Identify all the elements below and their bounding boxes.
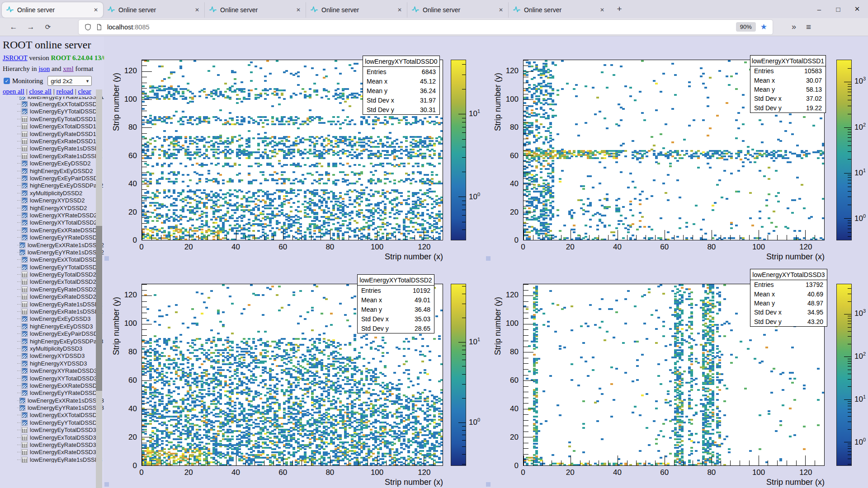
tree-item-xyMultiplicityDSSD2[interactable]: xyMultiplicityDSSD2 <box>0 189 104 197</box>
grid-layout-select[interactable]: grid 2x2 ▾ <box>47 76 92 86</box>
tab-close-icon[interactable]: ✕ <box>193 7 201 13</box>
maximize-icon[interactable]: □ <box>835 5 842 13</box>
overflow-chevron-icon[interactable]: » <box>792 22 795 32</box>
tree-item-lowEnergyXYTotalDSSD2[interactable]: lowEnergyXYTotalDSSD2 <box>0 219 104 226</box>
forward-button[interactable]: → <box>24 21 38 33</box>
tab-close-icon[interactable]: ✕ <box>295 7 302 13</box>
grid-splitter-handle[interactable] <box>486 256 491 261</box>
tree-item-lowEnergyExEyPairDSSD3[interactable]: lowEnergyExEyPairDSSD3 <box>0 330 104 338</box>
tab-close-icon[interactable]: ✕ <box>92 7 99 13</box>
tree-item-lowEnergyEyYTotalDSSD2[interactable]: lowEnergyEyYTotalDSSD2 <box>0 263 104 271</box>
tree-item-highEnergyExEyDSSDPair3[interactable]: highEnergyExEyDSSDPair3 <box>0 338 104 345</box>
json-link[interactable]: json <box>38 65 50 72</box>
colorbar-label: 100 <box>854 437 866 447</box>
colorbar-palette[interactable] <box>836 284 852 466</box>
tree-item-lowEnergyExXRateDSSD3[interactable]: lowEnergyExXRateDSSD3 <box>0 382 104 389</box>
tab-online-server[interactable]: Online server✕ <box>103 2 204 18</box>
new-tab-button[interactable]: + <box>612 2 627 16</box>
tree-item-lowEnergyEyYTotalDSSD3[interactable]: lowEnergyEyYTotalDSSD3 <box>0 419 104 426</box>
tree-item-highEnergyExEyDSSDPair2[interactable]: highEnergyExEyDSSDPair2 <box>0 182 104 189</box>
tab-online-server[interactable]: Online server✕ <box>407 2 508 18</box>
back-button[interactable]: ← <box>6 21 21 33</box>
tree-item-lowEnergyExTotalDSSD3[interactable]: lowEnergyExTotalDSSD3 <box>0 434 104 441</box>
tree-item-lowEnergyEyTotalDSSD3[interactable]: lowEnergyEyTotalDSSD3 <box>0 427 104 434</box>
tree-item-lowEnergyXYRateDSSD3[interactable]: lowEnergyXYRateDSSD3 <box>0 367 104 374</box>
bookmark-star-icon[interactable]: ★ <box>760 22 767 32</box>
tree-item-lowEnergyXYDSSD2[interactable]: lowEnergyXYDSSD2 <box>0 197 104 204</box>
tree-item-lowEnergyExEyDSSD2[interactable]: lowEnergyExEyDSSD2 <box>0 160 104 167</box>
tree-action-clear[interactable]: clear <box>78 88 91 95</box>
hamburger-menu-icon[interactable]: ≡ <box>806 22 811 32</box>
tree-item-lowEnergyEyRateDSSD2[interactable]: lowEnergyEyRateDSSD2 <box>0 286 104 293</box>
tree-item-lowEnergyExRate1sDSSD1[interactable]: lowEnergyExRate1sDSSD1 <box>0 152 104 160</box>
tree-item-lowEnergyExXRate1sDSSD3[interactable]: lowEnergyExXRate1sDSSD3 <box>0 397 104 404</box>
tree-item-lowEnergyXYDSSD3[interactable]: lowEnergyXYDSSD3 <box>0 352 104 360</box>
xml-link[interactable]: xml <box>63 65 73 72</box>
tree-item-lowEnergyExXRateDSSD2[interactable]: lowEnergyExXRateDSSD2 <box>0 226 104 234</box>
tab-close-icon[interactable]: ✕ <box>599 7 606 13</box>
tree-item-lowEnergyExXRate1sDSSD2[interactable]: lowEnergyExXRate1sDSSD2 <box>0 241 104 249</box>
tab-online-server[interactable]: Online server✕ <box>204 2 306 18</box>
tree-item-lowEnergyEyYRate1sDSSD2[interactable]: lowEnergyEyYRate1sDSSD2 <box>0 249 104 256</box>
tree-item-lowEnergyExRateDSSD3[interactable]: lowEnergyExRateDSSD3 <box>0 449 104 456</box>
tree-item-lowEnergyEyTotalDSSD2[interactable]: lowEnergyEyTotalDSSD2 <box>0 271 104 278</box>
colorbar-palette[interactable] <box>451 60 466 240</box>
tree-item-lowEnergyEyRate1sDSSD3[interactable]: lowEnergyEyRate1sDSSD3 <box>0 456 104 463</box>
tree-item-lowEnergyExTotalDSSD2[interactable]: lowEnergyExTotalDSSD2 <box>0 278 104 286</box>
sidebar-scrollbar[interactable] <box>96 89 102 488</box>
tree-action-close-all[interactable]: close all <box>29 88 52 95</box>
grid-splitter-handle[interactable] <box>104 482 109 487</box>
shield-icon[interactable] <box>85 23 91 31</box>
tree-action-reload[interactable]: reload <box>57 88 73 95</box>
tab-close-icon[interactable]: ✕ <box>497 7 505 13</box>
page-icon[interactable] <box>96 23 102 31</box>
tree-item-lowEnergyExXTotalDSSD1[interactable]: lowEnergyExXTotalDSSD1 <box>0 100 104 108</box>
url-bar[interactable]: localhost:8085 90% ★ <box>79 20 773 34</box>
tree-item-lowEnergyExRateDSSD2[interactable]: lowEnergyExRateDSSD2 <box>0 293 104 300</box>
tab-online-server[interactable]: Online server✕ <box>306 2 407 18</box>
close-icon[interactable]: ✕ <box>854 5 861 13</box>
tree-item-lowEnergyEyYRate1sDSSD3[interactable]: lowEnergyEyYRate1sDSSD3 <box>0 404 104 411</box>
grid-splitter-handle[interactable] <box>104 256 109 261</box>
tree-item-lowEnergyXYTotalDSSD3[interactable]: lowEnergyXYTotalDSSD3 <box>0 375 104 382</box>
jsroot-link[interactable]: JSROOT <box>3 54 28 61</box>
minimize-icon[interactable]: – <box>816 5 823 13</box>
url-text[interactable]: localhost:8085 <box>107 23 150 31</box>
tree-item-lowEnergyEyYTotalDSSD1[interactable]: lowEnergyEyYTotalDSSD1 <box>0 108 104 115</box>
tree-item-lowEnergyExRateDSSD1[interactable]: lowEnergyExRateDSSD1 <box>0 137 104 145</box>
sidebar-scrollbar-thumb[interactable] <box>96 226 102 391</box>
tree-item-lowEnergyExRate1sDSSD2[interactable]: lowEnergyExRate1sDSSD2 <box>0 308 104 315</box>
tree-action-open-all[interactable]: open all <box>3 88 24 95</box>
tab-close-icon[interactable]: ✕ <box>396 7 403 13</box>
tree-item-lowEnergyExEyPairDSSD2[interactable]: lowEnergyExEyPairDSSD2 <box>0 174 104 182</box>
tree-item-label: lowEnergyExTotalDSSD2 <box>30 278 96 285</box>
tree-item-lowEnergyEyTotalDSSD1[interactable]: lowEnergyEyTotalDSSD1 <box>0 115 104 122</box>
zoom-level-badge[interactable]: 90% <box>736 22 756 32</box>
reload-button[interactable]: ⟳ <box>41 21 55 33</box>
tree-item-lowEnergyEyYRateDSSD3[interactable]: lowEnergyEyYRateDSSD3 <box>0 389 104 397</box>
tree-item-highEnergyExEyDSSD2[interactable]: highEnergyExEyDSSD2 <box>0 167 104 174</box>
tree-item-highEnergyXYDSSD3[interactable]: highEnergyXYDSSD3 <box>0 360 104 367</box>
monitoring-checkbox[interactable]: ✓ <box>4 78 10 84</box>
colorbar-palette[interactable] <box>451 284 466 466</box>
tree-item-lowEnergyEyYRate1sDSSD1[interactable]: lowEnergyEyYRate1sDSSD1 <box>0 97 104 100</box>
tree-item-highEnergyExEyDSSD3[interactable]: highEnergyExEyDSSD3 <box>0 323 104 330</box>
tree-item-lowEnergyExXTotalDSSD3[interactable]: lowEnergyExXTotalDSSD3 <box>0 412 104 419</box>
tree-item-lowEnergyExTotalDSSD1[interactable]: lowEnergyExTotalDSSD1 <box>0 123 104 130</box>
grid-splitter-handle[interactable] <box>486 482 491 487</box>
colorbar-tick <box>462 118 466 118</box>
tree-item-lowEnergyExXTotalDSSD2[interactable]: lowEnergyExXTotalDSSD2 <box>0 256 104 263</box>
tree-item-xyMultiplicityDSSD3[interactable]: xyMultiplicityDSSD3 <box>0 345 104 352</box>
tree-item-lowEnergyEyRateDSSD1[interactable]: lowEnergyEyRateDSSD1 <box>0 130 104 137</box>
tab-online-server[interactable]: Online server✕ <box>2 2 103 18</box>
tree-item-lowEnergyEyRate1sDSSD1[interactable]: lowEnergyEyRate1sDSSD1 <box>0 145 104 152</box>
tree-item-lowEnergyEyRate1sDSSD2[interactable]: lowEnergyEyRate1sDSSD2 <box>0 300 104 308</box>
tree-item-lowEnergyEyYRateDSSD2[interactable]: lowEnergyEyYRateDSSD2 <box>0 234 104 241</box>
tab-online-server[interactable]: Online server✕ <box>508 2 609 18</box>
tree-item-highEnergyXYDSSD2[interactable]: highEnergyXYDSSD2 <box>0 204 104 211</box>
tree-item-lowEnergyEyRateDSSD3[interactable]: lowEnergyEyRateDSSD3 <box>0 441 104 448</box>
colorbar-palette[interactable] <box>836 60 852 240</box>
tree-item-lowEnergyXYRateDSSD2[interactable]: lowEnergyXYRateDSSD2 <box>0 211 104 219</box>
tree-item-lowEnergyExEyDSSD3[interactable]: lowEnergyExEyDSSD3 <box>0 315 104 323</box>
stats-row: Mean x40.69 <box>750 289 827 298</box>
